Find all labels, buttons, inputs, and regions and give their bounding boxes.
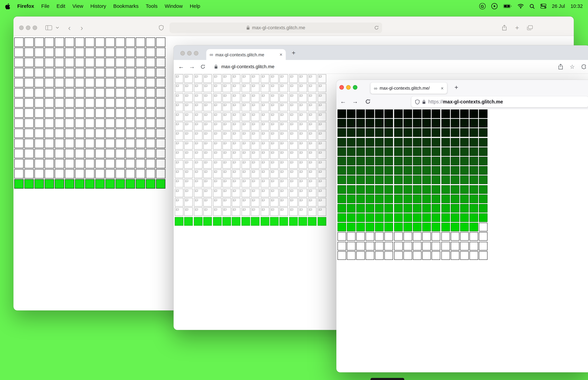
forward-button[interactable]: ›	[80, 24, 83, 32]
grid-cell	[318, 84, 326, 92]
sidebar-toggle-icon[interactable]	[45, 25, 52, 30]
grid-cell	[65, 78, 74, 87]
chrome-address-text[interactable]: max-gl-contexts.glitch.me	[221, 64, 274, 69]
bookmark-star-icon[interactable]: ☆	[570, 64, 575, 70]
menu-tools[interactable]: Tools	[146, 3, 158, 9]
grid-cell	[308, 189, 317, 197]
tab-overview-icon[interactable]	[527, 25, 533, 30]
spotlight-search-icon[interactable]	[530, 3, 535, 9]
grid-cell	[241, 74, 250, 83]
grid-cell	[299, 160, 307, 169]
grid-cell	[289, 112, 298, 121]
grid-cell	[203, 84, 212, 92]
grid-cell	[95, 38, 105, 47]
grid-cell	[270, 141, 279, 150]
menubar-date[interactable]: 26 Jul	[552, 3, 565, 9]
grid-cell	[347, 232, 355, 241]
reload-icon[interactable]	[365, 99, 371, 104]
new-tab-button[interactable]: +	[292, 50, 296, 56]
grid-cell	[270, 179, 279, 188]
grid-cell	[213, 74, 222, 83]
window-zoom-button[interactable]	[33, 25, 37, 30]
grid-cell	[75, 98, 84, 108]
grid-cell	[75, 38, 84, 47]
grid-cell	[203, 93, 212, 102]
wifi-icon[interactable]	[517, 4, 524, 9]
chevron-down-icon[interactable]	[56, 27, 59, 29]
grid-cell	[422, 213, 431, 222]
share-icon[interactable]	[502, 25, 507, 31]
window-close-button[interactable]	[19, 25, 23, 30]
grid-cell	[126, 129, 135, 138]
menu-view[interactable]: View	[72, 3, 83, 9]
grid-cell	[203, 217, 212, 226]
window-zoom-button[interactable]	[194, 51, 198, 56]
grid-cell	[441, 194, 450, 203]
menu-edit[interactable]: Edit	[57, 3, 65, 9]
back-button[interactable]: ‹	[68, 24, 71, 32]
firefox-active-tab[interactable]: ∞ max-gl-contexts.glitch.me/ ×	[371, 82, 447, 94]
chrome-tab-title: max-gl-contexts.glitch.me	[215, 52, 277, 57]
tracking-shield-icon[interactable]	[415, 99, 419, 104]
menu-window[interactable]: Window	[165, 3, 183, 9]
window-zoom-button[interactable]	[353, 85, 357, 90]
grid-cell	[413, 251, 422, 260]
window-minimize-button[interactable]	[187, 51, 191, 56]
menu-help[interactable]: Help	[190, 3, 200, 9]
reload-icon[interactable]	[200, 64, 205, 69]
menu-history[interactable]: History	[90, 3, 106, 9]
apple-menu-icon[interactable]	[5, 3, 10, 9]
grid-cell	[413, 157, 422, 165]
menu-file[interactable]: File	[41, 3, 49, 9]
back-button[interactable]: ←	[178, 64, 184, 70]
grid-cell	[75, 78, 84, 87]
share-icon[interactable]	[558, 64, 563, 70]
grid-cell	[347, 157, 355, 165]
grid-cell	[403, 251, 412, 260]
window-minimize-button[interactable]	[346, 85, 350, 90]
control-center-icon[interactable]	[540, 4, 546, 9]
safari-address-bar[interactable]: max-gl-contexts.glitch.me	[170, 22, 382, 33]
grid-cell	[337, 213, 346, 222]
grid-cell	[441, 185, 450, 194]
new-tab-button[interactable]: +	[515, 24, 519, 31]
grid-cell	[318, 150, 326, 159]
battery-icon[interactable]	[503, 4, 512, 8]
grammarly-icon[interactable]: G	[479, 3, 485, 9]
grid-cell	[366, 128, 374, 137]
media-play-icon[interactable]	[491, 3, 497, 9]
window-close-button[interactable]	[180, 51, 185, 56]
tab-close-icon[interactable]: ×	[280, 52, 283, 57]
url-scheme: https://	[428, 99, 443, 105]
new-tab-button[interactable]: +	[455, 84, 458, 90]
back-button[interactable]: ←	[340, 99, 346, 105]
chrome-active-tab[interactable]: ∞ max-gl-contexts.glitch.me ×	[206, 49, 286, 60]
reload-icon[interactable]	[374, 25, 379, 30]
lock-icon[interactable]	[422, 99, 426, 104]
privacy-shield-icon[interactable]	[159, 25, 164, 31]
forward-button[interactable]: →	[189, 64, 195, 70]
firefox-address-bar[interactable]: https://max-gl-contexts.glitch.me	[411, 96, 588, 107]
grid-cell	[413, 185, 422, 194]
menubar-app-name[interactable]: Firefox	[17, 3, 34, 9]
grid-cell	[479, 251, 488, 260]
grid-cell	[232, 217, 241, 226]
firefox-page	[336, 109, 588, 372]
grid-cell	[460, 138, 469, 147]
grid-cell	[241, 84, 250, 92]
menu-bookmarks[interactable]: Bookmarks	[113, 3, 139, 9]
grid-cell	[394, 147, 403, 156]
grid-cell	[422, 110, 431, 118]
grid-cell	[95, 139, 105, 148]
dock[interactable]	[371, 378, 404, 380]
menubar-clock[interactable]: 10:32	[570, 3, 583, 9]
grid-cell	[65, 48, 74, 57]
grid-cell	[55, 139, 64, 148]
grid-cell	[403, 175, 412, 184]
window-close-button[interactable]	[340, 85, 344, 90]
lock-icon[interactable]	[214, 64, 218, 69]
window-minimize-button[interactable]	[26, 25, 30, 30]
extensions-puzzle-icon[interactable]	[581, 64, 586, 69]
forward-button[interactable]: →	[352, 99, 358, 105]
tab-close-icon[interactable]: ×	[441, 86, 444, 91]
